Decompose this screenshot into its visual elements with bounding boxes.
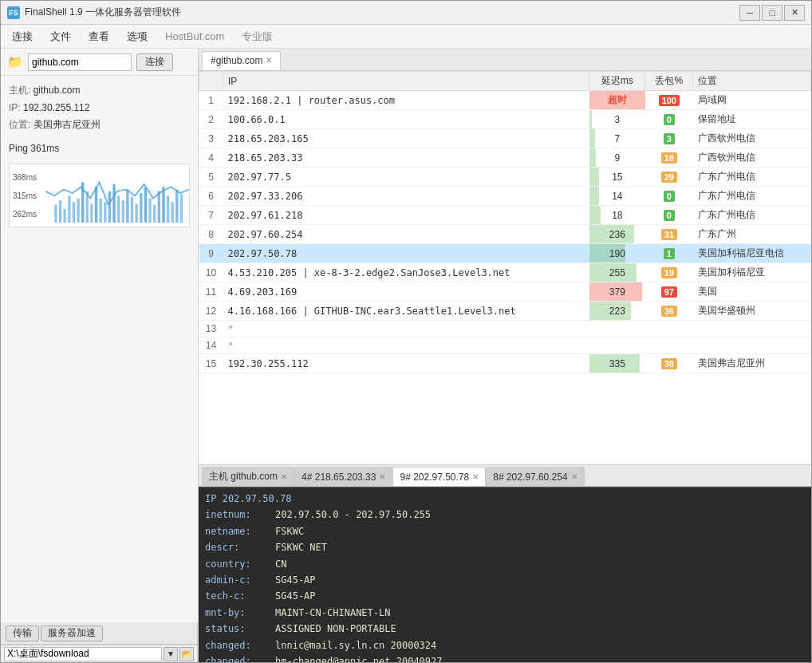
cell-ip: 192.168.2.1 | router.asus.com — [223, 91, 589, 110]
cell-latency: 223 — [589, 302, 645, 321]
bottom-tab-close-icon[interactable]: ✕ — [379, 473, 385, 481]
maximize-button[interactable]: □ — [762, 5, 782, 21]
right-panel: #github.com ✕ IP 延迟ms 丢包% 位置 — [199, 49, 811, 662]
info-field-val: hm-changed@apnic.net 20040927 — [275, 653, 443, 662]
info-field-line: changed:lnnic@mail.sy.ln.cn 20000324 — [205, 637, 805, 653]
svg-rect-19 — [140, 193, 142, 223]
table-row[interactable]: 6202.97.33.206140广东广州电信 — [199, 187, 811, 206]
cell-loss: 100 — [645, 91, 693, 110]
info-field-line: status:ASSIGNED NON-PORTABLE — [205, 621, 805, 637]
loss-badge: 1 — [664, 248, 675, 259]
content-area: 📁 连接 主机: github.com IP: 192.30.255.112 位… — [1, 49, 811, 662]
cell-ip: 218.65.203.33 — [223, 148, 589, 168]
svg-rect-6 — [81, 183, 84, 223]
cell-num: 10 — [199, 263, 223, 282]
cell-num: 1 — [199, 91, 223, 110]
cell-num: 11 — [199, 282, 223, 302]
svg-rect-21 — [148, 199, 151, 223]
bottom-tab[interactable]: 8# 202.97.60.254✕ — [486, 467, 584, 486]
latency-bar — [589, 206, 601, 224]
table-row[interactable]: 8202.97.60.25423631广东广州 — [199, 225, 811, 244]
connect-button[interactable]: 连接 — [136, 53, 173, 71]
menu-file[interactable]: 文件 — [42, 26, 79, 47]
cell-ip: 202.97.33.206 — [223, 187, 589, 206]
ip-row: IP: 192.30.255.112 — [9, 100, 190, 117]
svg-rect-0 — [54, 205, 57, 223]
info-field-key: netname: — [205, 523, 269, 539]
table-row[interactable]: 5202.97.77.51529广东广州电信 — [199, 168, 811, 187]
path-input[interactable] — [4, 647, 162, 661]
info-field-key: changed: — [205, 637, 269, 653]
tracert-tab[interactable]: #github.com ✕ — [202, 51, 281, 70]
table-row[interactable]: 14* — [199, 337, 811, 354]
loss-badge: 31 — [661, 229, 677, 240]
info-field-key: changed: — [205, 653, 269, 662]
host-info: 主机: github.com IP: 192.30.255.112 位置: 美国… — [1, 76, 198, 164]
table-row[interactable]: 7202.97.61.218180广东广州电信 — [199, 206, 811, 225]
cell-ip: 4.16.168.166 | GITHUB-INC.ear3.Seattle1.… — [223, 302, 589, 321]
bottom-tab-close-icon[interactable]: ✕ — [472, 473, 479, 481]
tab-close-icon[interactable]: ✕ — [266, 57, 272, 65]
server-accel-button[interactable]: 服务器加速 — [41, 626, 103, 641]
latency-value: 379 — [609, 286, 625, 298]
loss-badge: 100 — [659, 95, 680, 106]
cell-latency: 236 — [589, 225, 645, 244]
table-row[interactable]: 15192.30.255.11233538美国弗吉尼亚州 — [199, 354, 811, 373]
menu-options[interactable]: 选项 — [119, 26, 156, 47]
latency-value: 18 — [612, 210, 622, 221]
latency-value: 15 — [612, 172, 622, 183]
latency-value: 236 — [609, 229, 625, 240]
transfer-button[interactable]: 传输 — [6, 626, 39, 641]
svg-rect-23 — [158, 191, 160, 223]
bottom-tab-close-icon[interactable]: ✕ — [281, 473, 287, 481]
table-row[interactable]: 3218.65.203.16573广西钦州电信 — [199, 129, 811, 148]
table-row[interactable]: 114.69.203.16937997美国 — [199, 282, 811, 302]
menu-hostbuf[interactable]: HostBuf.com — [157, 27, 232, 45]
cell-location: 局域网 — [693, 91, 811, 110]
bottom-tab[interactable]: 9# 202.97.50.78✕ — [392, 467, 486, 486]
menu-connect[interactable]: 连接 — [4, 26, 41, 47]
table-row[interactable]: 104.53.210.205 | xe-8-3-2.edge2.SanJose3… — [199, 263, 811, 282]
svg-rect-8 — [90, 204, 93, 223]
address-input[interactable] — [28, 53, 132, 71]
path-down-btn[interactable]: ▼ — [164, 647, 178, 661]
ip-info-text: IP 202.97.50.78 — [205, 491, 291, 507]
bottom-tab[interactable]: 主机 github.com✕ — [202, 467, 294, 486]
table-row[interactable]: 4218.65.203.33918广西钦州电信 — [199, 148, 811, 168]
menu-view[interactable]: 查看 — [81, 26, 117, 47]
table-row[interactable]: 124.16.168.166 | GITHUB-INC.ear3.Seattle… — [199, 302, 811, 321]
svg-rect-17 — [131, 197, 133, 223]
cell-num: 8 — [199, 225, 223, 244]
latency-value: 14 — [612, 191, 622, 202]
svg-rect-28 — [180, 195, 183, 223]
col-latency: 延迟ms — [589, 72, 645, 91]
close-button[interactable]: ✕ — [784, 5, 805, 21]
table-row[interactable]: 9202.97.50.781901美国加利福尼亚电信 — [199, 244, 811, 263]
cell-latency: 335 — [589, 354, 645, 373]
table-row[interactable]: 1192.168.2.1 | router.asus.com超时100局域网 — [199, 91, 811, 110]
latency-bar — [589, 110, 593, 128]
latency-value: 3 — [614, 114, 620, 125]
loss-badge: 36 — [661, 306, 677, 317]
cell-location: 美国 — [693, 282, 811, 302]
bottom-tab[interactable]: 4# 218.65.203.33✕ — [294, 467, 392, 486]
table-row[interactable]: 2100.66.0.130保留地址 — [199, 110, 811, 129]
cell-ip: 202.97.77.5 — [223, 168, 589, 187]
info-field-val: SG45-AP — [275, 588, 316, 604]
cell-loss: 0 — [645, 206, 693, 225]
svg-rect-27 — [175, 190, 178, 223]
cell-loss: 29 — [645, 168, 693, 187]
svg-rect-22 — [153, 205, 156, 223]
minimize-button[interactable]: ─ — [739, 5, 760, 21]
cell-num: 14 — [199, 337, 223, 354]
loss-badge: 0 — [664, 114, 675, 125]
table-row[interactable]: 13* — [199, 321, 811, 337]
cell-location — [693, 337, 811, 354]
latency-value: 9 — [614, 152, 620, 164]
svg-rect-7 — [86, 191, 89, 223]
bottom-tab-close-icon[interactable]: ✕ — [571, 473, 577, 481]
latency-value: 335 — [609, 358, 625, 369]
main-window: FS FinalShell 1.9 一体化服务器管理软件 ─ □ ✕ 连接 文件… — [0, 0, 812, 663]
menu-pro[interactable]: 专业版 — [234, 26, 281, 47]
path-folder-btn[interactable]: 📂 — [179, 647, 194, 661]
